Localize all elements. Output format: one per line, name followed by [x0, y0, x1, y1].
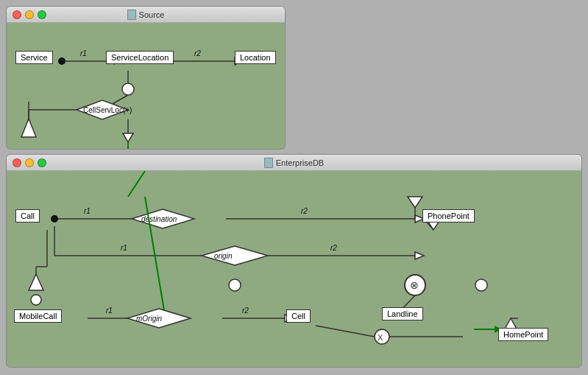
svg-text:r1: r1: [121, 244, 127, 252]
enterprise-svg: r1 destination r2 r1 origin r2: [7, 171, 581, 367]
mobile-call-box: MobileCall: [14, 309, 62, 323]
enterprise-titlebar: EnterpriseDB: [7, 155, 581, 171]
svg-point-42: [31, 295, 41, 305]
enterprise-maximize-button[interactable]: [38, 158, 46, 167]
svg-text:r1: r1: [84, 207, 91, 215]
close-button[interactable]: [13, 10, 21, 19]
svg-text:⊗: ⊗: [410, 279, 419, 291]
source-titlebar: Source: [7, 7, 285, 23]
phone-point-box: PhonePoint: [422, 209, 475, 222]
svg-text:r2: r2: [242, 306, 249, 315]
svg-point-28: [51, 215, 58, 222]
svg-text:origin: origin: [214, 252, 233, 260]
minimize-button[interactable]: [25, 10, 34, 19]
svg-text:r1: r1: [106, 306, 113, 315]
svg-text:mOrigin: mOrigin: [136, 315, 162, 323]
titlebar-buttons: [13, 10, 46, 19]
enterprise-close-button[interactable]: [13, 158, 21, 167]
home-point-box: HomePoint: [498, 328, 548, 341]
service-location-box: ServiceLocation: [106, 51, 174, 64]
enterprise-title-label: EnterpriseDB: [276, 158, 324, 167]
svg-point-9: [122, 83, 134, 95]
svg-text:r2: r2: [194, 49, 201, 57]
service-box: Service: [15, 51, 53, 64]
svg-point-52: [229, 279, 241, 291]
svg-text:destination: destination: [141, 215, 177, 223]
svg-marker-38: [29, 274, 43, 290]
svg-text:r1: r1: [80, 49, 87, 57]
svg-text:X: X: [378, 333, 383, 342]
svg-point-3: [58, 57, 65, 65]
call-box: Call: [15, 209, 40, 222]
svg-marker-33: [202, 246, 268, 265]
source-title-label: Source: [139, 10, 165, 19]
enterprise-window: EnterpriseDB r1 destination r2 r1: [6, 154, 582, 368]
enterprise-title: EnterpriseDB: [264, 158, 324, 168]
location-box: Location: [235, 51, 276, 64]
svg-text:CellServLoc(+): CellServLoc(+): [83, 106, 132, 114]
svg-line-60: [316, 326, 375, 337]
landline-box: Landline: [382, 307, 423, 320]
svg-marker-37: [415, 252, 424, 259]
svg-text:r2: r2: [330, 244, 337, 252]
svg-marker-17: [123, 133, 133, 142]
enterprise-titlebar-buttons: [13, 158, 46, 167]
doc-icon: [127, 10, 136, 20]
svg-marker-55: [408, 197, 422, 208]
svg-point-66: [475, 279, 487, 291]
cell-box: Cell: [286, 309, 311, 323]
svg-text:r2: r2: [301, 207, 308, 215]
maximize-button[interactable]: [38, 10, 46, 19]
source-svg: r1 r2 CellServLoc(+): [7, 23, 285, 149]
enterprise-doc-icon: [264, 158, 273, 168]
enterprise-minimize-button[interactable]: [25, 158, 34, 167]
source-title: Source: [127, 10, 165, 20]
source-window: Source r1 r2: [6, 6, 286, 150]
svg-line-19: [128, 171, 145, 197]
svg-marker-7: [21, 119, 36, 137]
source-diagram: r1 r2 CellServLoc(+): [7, 23, 285, 149]
enterprise-diagram: r1 destination r2 r1 origin r2: [7, 171, 581, 367]
